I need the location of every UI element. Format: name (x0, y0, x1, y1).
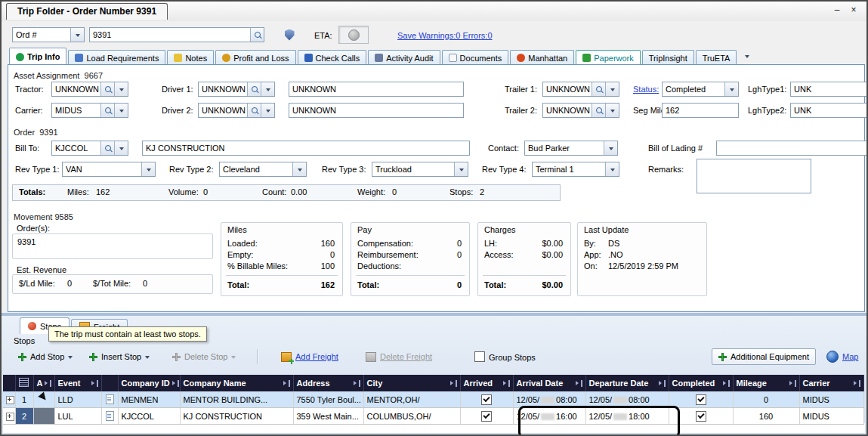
chevron-down-icon[interactable] (114, 104, 128, 117)
company-name-cell[interactable]: KJ CONSTRUCTION (180, 408, 293, 425)
group-stops-checkbox[interactable] (474, 351, 485, 362)
expand-icon[interactable] (6, 413, 14, 421)
map-button[interactable]: Map (823, 348, 861, 365)
tractor-combo[interactable]: UNKNOWN (51, 82, 128, 97)
order-type-combo[interactable]: Ord # (12, 27, 85, 42)
departure-date-cell[interactable]: 12/05/18:00 (585, 408, 669, 425)
lookup-icon[interactable] (247, 104, 261, 117)
rev-type3-combo[interactable]: Truckload (372, 162, 468, 177)
order-number-search[interactable]: 9391 (89, 27, 264, 42)
row-number[interactable]: 1 (15, 391, 33, 408)
chevron-down-icon[interactable] (724, 82, 738, 96)
chevron-down-icon[interactable] (114, 141, 128, 155)
chevron-down-icon[interactable] (261, 82, 274, 96)
add-freight-button[interactable]: Add Freight (278, 348, 341, 365)
save-warnings-link[interactable]: Save Warnings:0 Errors:0 (397, 30, 493, 41)
header-company-id[interactable]: Company ID (118, 375, 180, 391)
bill-of-lading-field[interactable] (716, 141, 868, 156)
city-cell[interactable]: MENTOR,OH/ (363, 391, 460, 408)
shield-button[interactable] (280, 26, 299, 44)
header-city[interactable]: City (363, 375, 460, 391)
company-name-cell[interactable]: MENTOR BUILDING... (180, 391, 293, 408)
chevron-down-icon[interactable] (261, 104, 274, 117)
lookup-icon[interactable] (247, 82, 261, 96)
lookup-icon[interactable] (100, 141, 114, 155)
tab-profit-and-loss[interactable]: Profit and Loss (215, 50, 295, 65)
carrier-cell[interactable]: MIDUS (799, 408, 863, 425)
search-icon[interactable] (250, 28, 264, 42)
header-address[interactable]: Address (293, 375, 363, 391)
lghtype2-field[interactable]: UNK (790, 103, 868, 118)
chevron-down-icon[interactable] (292, 162, 306, 176)
tab-load-requirements[interactable]: Load Requirements (68, 50, 165, 65)
completed-checkbox[interactable] (696, 394, 706, 405)
header-carrier[interactable]: Carrier (799, 375, 863, 391)
departure-date-cell[interactable]: 12/05/08:00 (585, 391, 669, 408)
close-button[interactable]: × (847, 5, 860, 17)
rev-type2-combo[interactable]: Cleveland (219, 162, 307, 177)
contact-combo[interactable]: Bud Parker (524, 141, 618, 156)
header-arrived[interactable]: Arrived (460, 375, 513, 391)
header-departure-date[interactable]: Departure Date (585, 375, 669, 391)
delete-freight-button[interactable]: Delete Freight (363, 348, 435, 365)
chevron-down-icon[interactable] (454, 162, 468, 176)
driver2-combo[interactable]: UNKNOWN (198, 103, 275, 118)
orders-box[interactable]: 9391 (12, 233, 213, 259)
trailer1-combo[interactable]: UNKNOWN (542, 82, 619, 97)
document-icon[interactable] (106, 394, 114, 404)
status-combo[interactable]: Completed (662, 82, 739, 97)
company-id-cell[interactable]: KJCCOL (118, 408, 180, 425)
tab-trip-info[interactable]: Trip Info (9, 48, 66, 65)
header-mileage[interactable]: Mileage (733, 375, 799, 391)
trailer2-combo[interactable]: UNKNOWN (542, 103, 619, 118)
chevron-down-icon[interactable] (114, 82, 128, 96)
tab-activity-audit[interactable]: Activity Audit (368, 50, 440, 65)
additional-equipment-button[interactable]: Additional Equipment (712, 348, 816, 365)
header-doc[interactable] (101, 375, 118, 391)
header-a[interactable]: A (33, 375, 54, 391)
tab-check-calls[interactable]: Check Calls (298, 50, 367, 65)
rev-type1-combo[interactable]: VAN (62, 162, 156, 177)
document-icon[interactable] (106, 411, 114, 421)
chevron-down-icon[interactable] (604, 141, 617, 155)
lookup-icon[interactable] (592, 104, 605, 117)
seg-miles-field[interactable]: 162 (662, 103, 739, 118)
company-id-cell[interactable]: MENMEN (118, 391, 180, 408)
status-label[interactable]: Status: (633, 84, 659, 94)
driver1-name-field[interactable]: UNKNOWN (289, 82, 464, 97)
remarks-field[interactable] (697, 159, 811, 193)
mileage-cell[interactable]: 0 (733, 391, 799, 408)
carrier-cell[interactable]: MIDUS (799, 391, 863, 408)
minimize-button[interactable]: – (830, 5, 844, 17)
tab-manhattan[interactable]: Manhattan (510, 50, 574, 65)
bill-to-combo[interactable]: KJCCOL (51, 141, 128, 156)
driver1-combo[interactable]: UNKNOWN (198, 82, 275, 97)
row-number[interactable]: 2 (15, 408, 33, 425)
stop-row-2[interactable]: 2 LUL KJCCOL KJ CONSTRUCTION 359 West Ma… (3, 408, 863, 425)
insert-stop-button[interactable]: Insert Stop (86, 348, 153, 365)
add-stop-button[interactable]: Add Stop (15, 348, 76, 365)
address-cell[interactable]: 7550 Tyler Boul... (293, 391, 363, 408)
stop-row-1[interactable]: 1 LLD MENMEN MENTOR BUILDING... 7550 Tyl… (3, 391, 863, 408)
carrier-combo[interactable]: MIDUS (51, 103, 128, 118)
header-arrival-date[interactable]: Arrival Date (513, 375, 585, 391)
header-completed[interactable]: Completed (669, 375, 733, 391)
tab-trueta[interactable]: TruETA (696, 50, 737, 65)
tab-notes[interactable]: Notes (167, 50, 214, 65)
rev-type4-combo[interactable]: Terminal 1 (532, 162, 619, 177)
header-company-name[interactable]: Company Name (180, 375, 293, 391)
driver2-name-field[interactable]: UNKNOWN (289, 103, 464, 118)
tab-documents[interactable]: Documents (442, 50, 509, 65)
chevron-down-icon[interactable] (605, 162, 619, 176)
chevron-down-icon[interactable] (141, 162, 155, 176)
header-rownum[interactable] (15, 375, 33, 391)
tab-paperwork[interactable]: Paperwork (576, 50, 641, 65)
mileage-cell[interactable]: 160 (733, 408, 799, 425)
address-cell[interactable]: 359 West Main... (293, 408, 363, 425)
lookup-icon[interactable] (592, 82, 605, 96)
event-cell[interactable]: LUL (54, 408, 101, 425)
lookup-icon[interactable] (100, 104, 114, 117)
chevron-down-icon[interactable] (70, 28, 84, 42)
arrived-checkbox[interactable] (481, 394, 492, 405)
chevron-down-icon[interactable] (605, 82, 619, 96)
